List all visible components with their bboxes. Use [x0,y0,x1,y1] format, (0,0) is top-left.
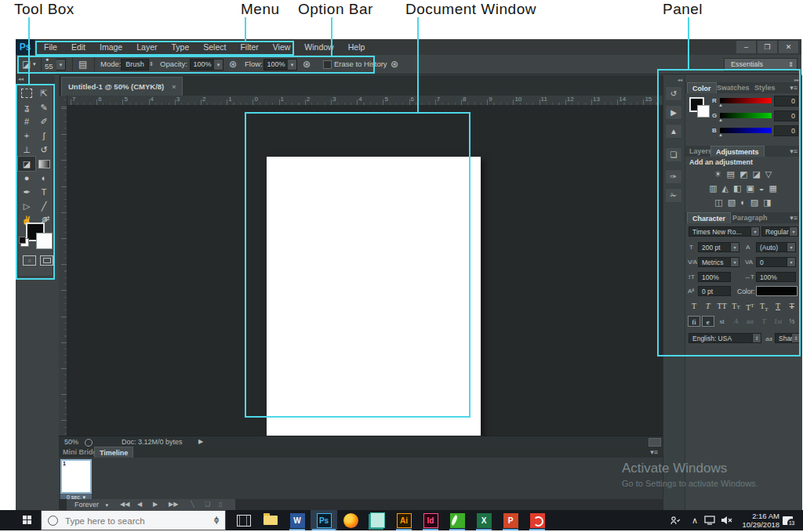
tab-swatches[interactable]: Swatches [717,82,750,93]
tracking-dropdown[interactable]: ▾ [787,257,796,267]
file-explorer-button[interactable] [257,510,284,530]
opacity-pressure-icon[interactable]: ⊛ [229,55,237,74]
quick-selection-tool[interactable]: ✎ [35,100,53,114]
horizontal-scale-field[interactable]: 100% [756,272,796,282]
channel-value-field[interactable]: 0 [774,125,798,136]
animation-frame-1[interactable]: 1 [60,459,92,494]
menu-file[interactable]: File [37,39,64,55]
word-button[interactable]: W [284,510,311,530]
flow-dropdown[interactable]: ▾ [288,59,297,71]
brightness-contrast-icon[interactable]: ☀ [714,169,722,179]
move-tool[interactable]: ⇱ [35,86,53,100]
swap-colors-icon[interactable]: ⇄ [44,215,50,223]
language-dropdown[interactable]: ⇕ [753,333,761,343]
slider-thumb-icon[interactable]: ▲ [718,132,723,137]
swash-button[interactable]: A [730,316,743,327]
close-button[interactable]: ✕ [779,41,798,53]
indesign-button[interactable]: Id [417,510,444,530]
timeline-menu-icon[interactable]: ▾≡ [650,447,658,458]
brush-panel-icon[interactable]: ✑ [665,169,682,184]
actions-panel-icon[interactable]: ▶ [665,105,682,120]
leading-dropdown[interactable]: ▾ [787,242,796,252]
eraser-tool[interactable]: ◪ [18,157,35,171]
gradient-map-icon[interactable]: ▨ [750,197,758,208]
green-swoosh-app-button[interactable] [444,510,471,530]
healing-brush-tool[interactable]: + [18,128,35,143]
menu-window[interactable]: Window [297,39,340,55]
font-style-dropdown[interactable]: ▾ [790,226,798,237]
strikethrough-button[interactable]: T [786,301,798,311]
path-selection-tool[interactable]: ▷ [18,199,35,213]
tab-character[interactable]: Character [687,212,731,223]
play-button[interactable]: ▶ [153,499,158,510]
panel-expand-icon[interactable]: ▸▸ [685,77,802,82]
subscript-button[interactable]: TT [758,301,770,311]
kerning-dropdown[interactable]: ▾ [731,257,739,267]
slider-thumb-icon[interactable]: ▲ [718,103,723,107]
stylistic-alternates-button[interactable]: aa [743,316,756,327]
network-icon[interactable] [704,510,715,530]
flow-field[interactable]: 100% [263,59,289,71]
faux-italic-button[interactable]: T [702,301,714,311]
document-tab-close-icon[interactable]: × [172,82,176,91]
microphone-icon[interactable]: ɸ [214,515,219,524]
fractions-button[interactable]: ½ [786,316,798,327]
task-view-button[interactable] [231,510,257,530]
ordinals-button[interactable]: 1st [772,316,784,327]
antialias-select[interactable]: Sharp [775,333,792,343]
clone-stamp-tool[interactable]: ⊥ [18,143,35,157]
baseline-shift-field[interactable]: 0 pt [698,286,731,296]
tab-paragraph[interactable]: Paragraph [732,212,768,223]
pen-tool[interactable]: ✒ [18,185,35,199]
language-select[interactable]: English: USA [689,333,753,343]
eraser-preset-icon[interactable]: ◪ [22,55,31,74]
notes-app-button[interactable] [364,510,391,530]
tracking-field[interactable]: 0 [756,257,787,267]
firefox-button[interactable] [337,510,364,530]
mode-spinner[interactable]: ⇕ [149,55,154,74]
smudge-tool[interactable]: ● [18,171,35,185]
hue-saturation-icon[interactable]: ▥ [709,183,717,194]
menu-edit[interactable]: Edit [64,39,93,55]
color-lookup-icon[interactable]: ▦ [768,183,776,194]
opacity-dropdown[interactable]: ▾ [214,59,223,71]
photoshop-button[interactable]: Ps [311,510,337,530]
small-caps-button[interactable]: TT [730,301,743,311]
superscript-button[interactable]: TT [743,301,756,311]
lasso-tool[interactable]: ʓ [18,100,35,114]
slider-thumb-icon[interactable]: ▲ [718,118,723,122]
erase-to-history-checkbox[interactable] [323,60,332,69]
invert-icon[interactable]: ◫ [714,197,722,208]
volume-muted-icon[interactable] [721,510,732,530]
dock-collapse-icon[interactable]: ◂◂ [663,77,685,82]
red-swirl-app-button[interactable] [524,510,550,530]
next-frame-button[interactable]: ▶▶ [169,499,178,510]
dodge-tool[interactable]: ◐ [35,171,53,185]
previous-frame-button[interactable]: ◀ [137,499,142,510]
color-panel-menu-icon[interactable]: ▾≡ [790,82,798,93]
threshold-icon[interactable]: ◐ [740,197,746,208]
canvas[interactable] [267,157,481,452]
tab-timeline[interactable]: Timeline [94,447,133,458]
menu-layer[interactable]: Layer [129,39,164,55]
b-slider[interactable] [720,128,772,133]
selective-color-icon[interactable]: ◨ [763,197,771,208]
menu-type[interactable]: Type [164,39,196,55]
vibrance-icon[interactable]: ▽ [765,169,772,179]
font-family-select[interactable]: Times New Ro... [689,226,751,237]
quick-mask-button[interactable]: ○ [23,255,36,266]
first-frame-button[interactable]: ◀◀ [120,499,129,510]
workspace-select[interactable]: Essentials ⇕ [724,58,798,71]
search-input[interactable] [64,511,208,531]
taskbar-search[interactable]: ɸ [41,510,226,530]
levels-icon[interactable]: ▤ [727,169,735,179]
default-colors-icon[interactable] [20,238,29,247]
tab-layers[interactable]: Layers [689,146,712,157]
channel-value-field[interactable]: 0 [774,96,798,107]
font-size-dropdown[interactable]: ▾ [731,242,739,252]
all-caps-button[interactable]: TT [716,301,729,311]
restore-button[interactable]: ❐ [758,41,777,53]
discretionary-ligatures-button[interactable]: st [716,316,729,327]
brush-picker-dropdown[interactable]: ▾ [56,59,66,71]
zoom-level-field[interactable]: 50% [64,436,78,447]
